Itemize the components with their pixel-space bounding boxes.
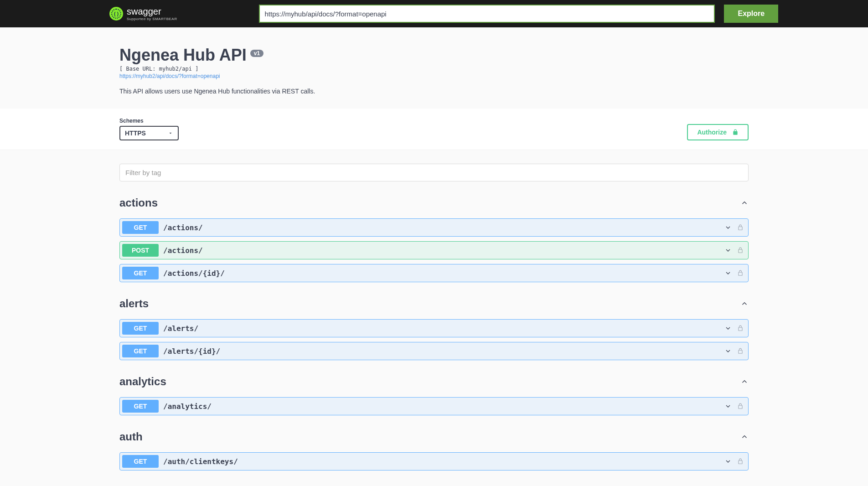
chevron-up-icon — [740, 199, 749, 207]
operations-list: GET/actions/POST/actions/GET/actions/{id… — [119, 218, 749, 282]
operation-controls — [724, 224, 744, 231]
spec-link[interactable]: https://myhub2/api/docs/?format=openapi — [119, 73, 749, 79]
chevron-up-icon — [740, 300, 749, 308]
operation-row[interactable]: GET/analytics/ — [119, 397, 749, 415]
chevron-down-icon — [724, 269, 732, 277]
chevron-down-icon — [724, 458, 732, 465]
chevron-down-icon — [724, 224, 732, 231]
filter-input[interactable] — [119, 164, 749, 181]
operations-list: GET/alerts/GET/alerts/{id}/ — [119, 319, 749, 360]
lock-icon[interactable] — [737, 458, 744, 465]
operation-path: /actions/ — [163, 246, 724, 255]
operation-row[interactable]: POST/actions/ — [119, 241, 749, 259]
tag-header-alerts[interactable]: alerts — [119, 294, 749, 314]
lock-icon[interactable] — [737, 325, 744, 331]
lock-icon — [732, 129, 739, 135]
schemes-label: Schemes — [119, 118, 179, 124]
api-title: Ngenea Hub API — [119, 46, 247, 65]
tag-header-actions[interactable]: actions — [119, 193, 749, 213]
tag-section-actions: actionsGET/actions/POST/actions/GET/acti… — [119, 193, 749, 282]
chevron-up-icon — [740, 433, 749, 441]
operation-row[interactable]: GET/auth/clientkeys/ — [119, 452, 749, 470]
operation-row[interactable]: GET/alerts/{id}/ — [119, 342, 749, 360]
operation-path: /analytics/ — [163, 402, 724, 411]
tag-section-analytics: analyticsGET/analytics/ — [119, 372, 749, 415]
authorize-button[interactable]: Authorize — [687, 124, 749, 140]
operation-path: /actions/{id}/ — [163, 269, 724, 278]
tag-header-analytics[interactable]: analytics — [119, 372, 749, 392]
method-badge: GET — [122, 322, 159, 335]
lock-icon[interactable] — [737, 270, 744, 276]
method-badge: GET — [122, 400, 159, 413]
chevron-down-icon — [724, 403, 732, 410]
operation-path: /alerts/{id}/ — [163, 347, 724, 356]
operation-row[interactable]: GET/actions/ — [119, 218, 749, 237]
explore-button[interactable]: Explore — [724, 5, 778, 23]
chevron-down-icon — [724, 247, 732, 254]
logo-text: swagger — [127, 7, 177, 16]
method-badge: GET — [122, 267, 159, 279]
base-url: [ Base URL: myhub2/api ] — [119, 66, 749, 72]
operation-row[interactable]: GET/alerts/ — [119, 319, 749, 337]
api-description: This API allows users use Ngenea Hub fun… — [119, 88, 749, 95]
api-info: Ngenea Hub API v1 [ Base URL: myhub2/api… — [119, 27, 749, 109]
version-badge: v1 — [250, 50, 264, 57]
tag-name: analytics — [119, 375, 166, 388]
operation-controls — [724, 458, 744, 465]
operations-list: GET/analytics/ — [119, 397, 749, 415]
spec-url-input[interactable] — [259, 5, 715, 23]
operation-controls — [724, 403, 744, 410]
chevron-down-icon — [724, 347, 732, 355]
operation-path: /alerts/ — [163, 324, 724, 333]
tag-name: auth — [119, 430, 143, 443]
tag-name: alerts — [119, 297, 149, 310]
chevron-up-icon — [740, 377, 749, 386]
operation-controls — [724, 247, 744, 254]
lock-icon[interactable] — [737, 348, 744, 354]
method-badge: GET — [122, 455, 159, 468]
lock-icon[interactable] — [737, 403, 744, 409]
swagger-logo[interactable]: { } swagger Supported by SMARTBEAR — [109, 7, 177, 21]
tag-section-auth: authGET/auth/clientkeys/ — [119, 427, 749, 470]
scheme-section: Schemes HTTPS Authorize — [0, 109, 868, 150]
tag-name: actions — [119, 196, 158, 209]
operation-row[interactable]: GET/actions/{id}/ — [119, 264, 749, 282]
method-badge: GET — [122, 221, 159, 234]
tag-header-auth[interactable]: auth — [119, 427, 749, 447]
operation-path: /actions/ — [163, 223, 724, 232]
schemes-select[interactable]: HTTPS — [119, 126, 179, 140]
swagger-logo-icon: { } — [109, 7, 123, 21]
authorize-label: Authorize — [697, 129, 727, 136]
method-badge: POST — [122, 244, 159, 257]
lock-icon[interactable] — [737, 247, 744, 253]
operation-controls — [724, 269, 744, 277]
operations-list: GET/auth/clientkeys/ — [119, 452, 749, 470]
operation-controls — [724, 325, 744, 332]
operation-controls — [724, 347, 744, 355]
lock-icon[interactable] — [737, 224, 744, 231]
operation-path: /auth/clientkeys/ — [163, 457, 724, 466]
chevron-down-icon — [724, 325, 732, 332]
topbar: { } swagger Supported by SMARTBEAR Explo… — [0, 0, 868, 27]
method-badge: GET — [122, 345, 159, 357]
logo-subtext: Supported by SMARTBEAR — [127, 17, 177, 21]
tag-section-alerts: alertsGET/alerts/GET/alerts/{id}/ — [119, 294, 749, 360]
